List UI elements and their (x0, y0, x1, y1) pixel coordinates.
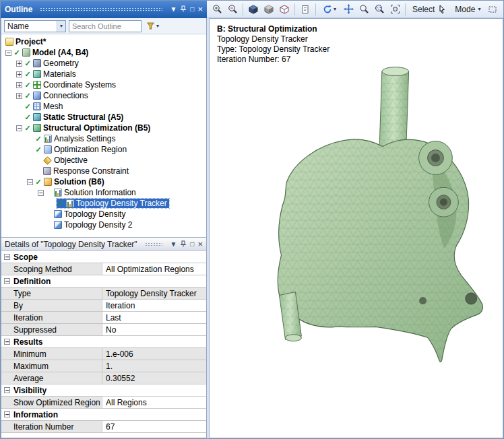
zoom-to-fit-icon (390, 4, 400, 14)
details-row-value[interactable]: All Optimization Regions (102, 263, 206, 275)
details-row-value[interactable]: Last (102, 312, 206, 323)
details-row-value[interactable]: Iteration (102, 300, 206, 311)
expand-expander-icon[interactable]: + (16, 82, 22, 88)
tree-item-coordinate-systems[interactable]: + ✓ Coordinate Systems (1, 79, 206, 90)
tree-item-label: Mesh (43, 102, 63, 111)
collapse-expander-icon[interactable]: − (5, 50, 11, 56)
tree-item-connections[interactable]: + ✓ Connections (1, 90, 206, 101)
rotate-button[interactable]: ▾ (319, 2, 340, 17)
details-row-label: Type (1, 288, 102, 299)
details-panel-header[interactable]: Details of "Topology Density Tracker" ▼ … (1, 238, 206, 251)
tree-item-mesh[interactable]: ✓ Mesh (1, 101, 206, 112)
panel-drag-grip[interactable] (145, 242, 163, 246)
image-capture-button[interactable] (298, 2, 313, 17)
objective-icon (43, 156, 52, 165)
maximize-icon[interactable]: □ (190, 6, 194, 13)
tree-item-solution[interactable]: − ✓ Solution (B6) (1, 176, 206, 187)
pin-icon[interactable] (180, 5, 187, 13)
model-icon (22, 48, 30, 57)
tree-item-optimization-region[interactable]: ✓ Optimization Region (1, 144, 206, 155)
tree-item-model[interactable]: − ✓ Model (A4, B4) (1, 47, 206, 58)
tree-item-structural-optimization[interactable]: − ✓ Structural Optimization (B5) (1, 123, 206, 133)
panel-menu-icon[interactable]: ▼ (170, 241, 177, 248)
collapse-expander-icon[interactable]: − (4, 278, 10, 284)
zoom-out-button[interactable] (225, 2, 240, 17)
selection-box-button[interactable] (485, 2, 500, 17)
outline-panel: Name ▾ ▾ Project* − (1, 18, 207, 238)
outline-tree: Project* − ✓ Model (A4, B4) + ✓ Geometry (1, 34, 206, 237)
expand-expander-icon[interactable]: + (16, 71, 22, 77)
shaded-view-button[interactable] (261, 2, 276, 17)
close-icon[interactable]: × (197, 6, 203, 13)
details-row-maximum: Maximum 1. (1, 360, 206, 372)
filter-name-combobox[interactable]: Name ▾ (4, 20, 66, 32)
toolbar-separator (294, 3, 295, 15)
solution-information-icon (54, 189, 62, 197)
details-category-visibility[interactable]: − Visibility (1, 384, 206, 397)
panel-drag-grip[interactable] (40, 7, 162, 11)
outline-panel-header[interactable]: Outline ▼ □ × (1, 1, 207, 18)
collapse-expander-icon[interactable]: − (27, 179, 33, 185)
annotation-line: Iteration Number: 67 (217, 55, 329, 65)
tree-item-geometry[interactable]: + ✓ Geometry (1, 58, 206, 69)
tree-item-response-constraint[interactable]: Response Constraint (1, 166, 206, 176)
collapse-expander-icon[interactable]: − (4, 254, 10, 260)
tree-item-label: Connections (43, 91, 88, 100)
tree-item-topology-density-2[interactable]: Topology Density 2 (1, 220, 206, 230)
box-zoom-button[interactable] (372, 2, 387, 17)
details-category-scope[interactable]: − Scope (1, 251, 206, 263)
tree-item-analysis-settings[interactable]: ✓ Analysis Settings (1, 133, 206, 144)
zoom-in-button[interactable] (210, 2, 224, 17)
check-icon: ✓ (57, 199, 64, 208)
collapse-expander-icon[interactable]: − (38, 190, 44, 196)
tree-item-static-structural[interactable]: ✓ Static Structural (A5) (1, 112, 206, 123)
tree-item-topology-density[interactable]: Topology Density (1, 209, 206, 220)
details-category-label: Visibility (13, 386, 46, 395)
response-constraint-icon (43, 167, 51, 175)
tree-item-label: Optimization Region (54, 145, 127, 154)
collapse-expander-icon[interactable]: − (4, 387, 10, 393)
details-row-value: 1.e-006 (102, 348, 206, 360)
check-icon: ✓ (24, 92, 31, 100)
details-category-results[interactable]: − Results (1, 336, 206, 348)
tree-item-label: Objective (54, 156, 88, 165)
details-row-value[interactable]: All Regions (102, 397, 206, 408)
details-category-information[interactable]: − Information (1, 409, 206, 421)
zoom-button[interactable] (356, 2, 371, 17)
filter-options-button[interactable]: ▾ (144, 20, 162, 32)
tree-item-topology-density-tracker[interactable]: ✓ Topology Density Tracker (1, 198, 206, 209)
expand-expander-icon[interactable]: + (16, 61, 22, 67)
collapse-expander-icon[interactable]: − (4, 411, 10, 417)
structural-optimization-icon (33, 124, 41, 132)
collapse-expander-icon[interactable]: − (16, 125, 22, 131)
tree-item-label: Response Constraint (53, 166, 129, 176)
expand-expander-icon[interactable]: + (16, 93, 22, 99)
isometric-view-button[interactable] (246, 2, 261, 17)
tree-item-label: Geometry (43, 59, 79, 68)
tree-item-project[interactable]: Project* (1, 36, 206, 47)
maximize-icon[interactable]: □ (190, 241, 194, 248)
close-icon[interactable]: × (197, 241, 203, 248)
wireframe-view-icon (280, 5, 289, 14)
pin-icon[interactable] (180, 240, 187, 248)
mode-button[interactable]: Mode▾ (451, 2, 484, 17)
tree-item-materials[interactable]: + ✓ Materials (1, 69, 206, 79)
model-3d (210, 19, 503, 438)
zoom-to-fit-button[interactable] (387, 2, 402, 17)
zoom-icon (359, 4, 369, 14)
panel-menu-icon[interactable]: ▼ (170, 6, 177, 13)
graphics-viewport[interactable]: B: Structural Optimization Topology Dens… (209, 18, 503, 438)
search-outline-input[interactable] (69, 20, 141, 32)
tree-item-solution-information[interactable]: − Solution Information (1, 187, 206, 198)
select-button[interactable]: Select (408, 2, 450, 17)
collapse-expander-icon[interactable]: − (4, 339, 10, 345)
pan-button[interactable] (341, 2, 356, 17)
chevron-down-icon[interactable]: ▾ (57, 21, 65, 32)
details-category-definition[interactable]: − Definition (1, 275, 206, 288)
selected-tree-item: ✓ Topology Density Tracker (57, 199, 169, 208)
toolbar-separator (243, 3, 243, 15)
wireframe-view-button[interactable] (277, 2, 292, 17)
tree-item-objective[interactable]: Objective (1, 155, 206, 166)
details-row-value[interactable]: No (102, 324, 206, 335)
graphics-toolbar: ▾ Select Mode▾ (207, 1, 503, 18)
